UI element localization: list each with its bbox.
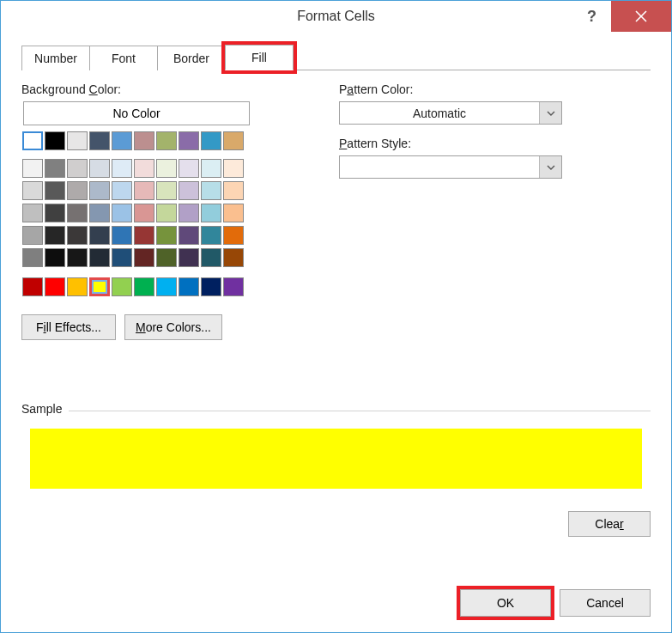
color-swatch[interactable] [45,248,65,267]
color-swatch[interactable] [45,131,65,150]
close-button[interactable] [611,1,671,32]
color-swatch[interactable] [201,131,221,150]
color-swatch[interactable] [22,248,43,267]
color-swatch[interactable] [201,204,221,222]
color-swatch[interactable] [223,159,244,178]
color-swatch[interactable] [67,277,88,296]
pattern-style-combo[interactable] [339,155,562,179]
color-swatch[interactable] [134,181,154,200]
color-swatch[interactable] [201,277,221,296]
color-swatch[interactable] [112,204,132,222]
color-swatch[interactable] [223,204,244,222]
pattern-color-combo[interactable]: Automatic [339,101,562,125]
color-swatch[interactable] [112,181,132,200]
color-swatch[interactable] [45,181,65,200]
color-swatch[interactable] [22,204,43,222]
color-swatch[interactable] [67,248,88,267]
help-button[interactable]: ? [572,1,611,32]
no-color-button[interactable]: No Color [23,101,250,125]
color-swatch[interactable] [179,277,199,296]
color-swatch-selected[interactable] [89,277,110,296]
color-swatch-grid [21,131,251,299]
color-swatch[interactable] [156,277,177,296]
tab-border[interactable]: Border [157,46,226,70]
color-swatch[interactable] [89,181,110,200]
color-swatch[interactable] [223,226,244,245]
color-swatch[interactable] [201,181,221,200]
tab-number[interactable]: Number [21,46,90,70]
color-swatch[interactable] [89,159,110,178]
color-swatch[interactable] [134,226,154,245]
cancel-button[interactable]: Cancel [560,589,651,617]
fill-effects-button[interactable]: Fill Effects... [21,314,116,340]
color-swatch[interactable] [67,226,88,245]
color-swatch[interactable] [223,131,244,150]
sample-label: Sample [21,402,69,416]
color-swatch[interactable] [179,131,199,150]
color-swatch[interactable] [89,226,110,245]
tabstrip: Number Font Border Fill [21,44,651,70]
color-swatch[interactable] [179,159,199,178]
sample-preview [30,429,642,489]
color-swatch[interactable] [89,248,110,267]
color-swatch[interactable] [45,204,65,222]
color-swatch[interactable] [112,159,132,178]
color-swatch[interactable] [179,204,199,222]
color-swatch[interactable] [201,159,221,178]
color-swatch[interactable] [156,226,177,245]
color-swatch[interactable] [201,248,221,267]
color-swatch[interactable] [22,226,43,245]
pattern-color-value: Automatic [340,102,539,124]
color-swatch[interactable] [45,277,65,296]
format-cells-dialog: Format Cells ? Number Font Border Fill B… [0,0,672,633]
pattern-style-label: Pattern Style: [339,137,651,150]
color-swatch[interactable] [156,159,177,178]
color-swatch[interactable] [134,204,154,222]
color-swatch[interactable] [112,277,132,296]
color-swatch[interactable] [156,181,177,200]
tab-font[interactable]: Font [89,46,158,70]
color-swatch[interactable] [112,226,132,245]
color-swatch[interactable] [67,159,88,178]
color-swatch[interactable] [223,248,244,267]
clear-button[interactable]: Clear [568,511,651,537]
pattern-color-label: Pattern Color: [339,82,651,96]
chevron-down-icon[interactable] [539,156,561,178]
close-icon [635,10,647,22]
color-swatch[interactable] [89,204,110,222]
color-swatch[interactable] [22,131,43,150]
background-color-label: Background Color: [21,82,288,96]
color-swatch[interactable] [156,204,177,222]
color-swatch[interactable] [134,131,154,150]
color-swatch[interactable] [22,159,43,178]
color-swatch[interactable] [223,181,244,200]
chevron-down-icon[interactable] [539,102,561,124]
color-swatch[interactable] [134,159,154,178]
pattern-style-value [340,156,539,178]
color-swatch[interactable] [112,248,132,267]
ok-button[interactable]: OK [460,589,551,617]
color-swatch[interactable] [89,131,110,150]
sample-group: Sample [21,411,651,489]
color-swatch[interactable] [179,226,199,245]
titlebar: Format Cells ? [1,1,671,32]
color-swatch[interactable] [156,131,177,150]
color-swatch[interactable] [134,277,154,296]
color-swatch[interactable] [67,131,88,150]
color-swatch[interactable] [201,226,221,245]
color-swatch[interactable] [134,248,154,267]
color-swatch[interactable] [179,248,199,267]
color-swatch[interactable] [45,226,65,245]
dialog-title: Format Cells [1,9,671,24]
more-colors-button[interactable]: More Colors... [124,314,222,340]
color-swatch[interactable] [112,131,132,150]
color-swatch[interactable] [156,248,177,267]
color-swatch[interactable] [45,159,65,178]
color-swatch[interactable] [223,277,244,296]
color-swatch[interactable] [67,181,88,200]
color-swatch[interactable] [179,181,199,200]
color-swatch[interactable] [67,204,88,222]
tab-fill[interactable]: Fill [225,45,294,70]
color-swatch[interactable] [22,277,43,296]
color-swatch[interactable] [22,181,43,200]
